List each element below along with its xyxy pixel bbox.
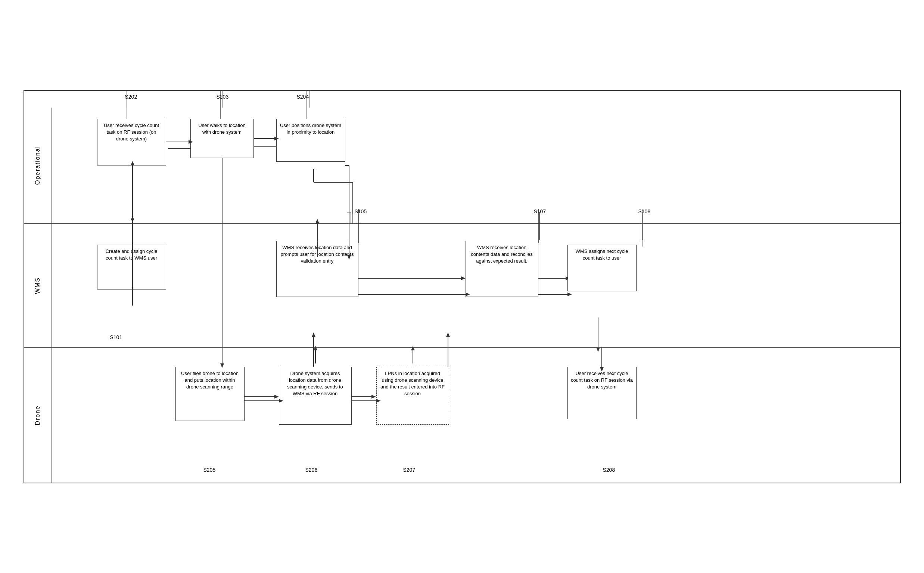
ref-s206: S206 <box>305 467 318 473</box>
svg-marker-27 <box>371 395 376 399</box>
ref-s108: S108 <box>638 208 651 214</box>
box-s203: User walks to location with drone system <box>190 119 254 158</box>
wms-lane: WMS <box>24 224 900 348</box>
box-s204: User positions drone system in proximity… <box>276 119 345 162</box>
box-s101: Create and assign cycle count task to WM… <box>97 245 166 290</box>
ref-s101: S101 <box>110 334 122 340</box>
ref-s207: S207 <box>403 467 415 473</box>
box-s107: WMS receives location contents data and … <box>465 241 538 297</box>
operational-label: Operational <box>24 108 52 223</box>
wms-label: WMS <box>24 224 52 348</box>
ref-s208: S208 <box>603 467 615 473</box>
drone-lane: Drone <box>24 348 900 482</box>
box-s206: Drone system acquires location data from… <box>279 367 352 425</box>
box-s108: WMS assigns next cycle count task to use… <box>568 245 637 291</box>
box-s207: LPNs in location acquired using drone sc… <box>376 367 449 425</box>
ref-s105: S105 <box>355 208 367 214</box>
svg-marker-14 <box>461 276 465 280</box>
box-s202: User receives cycle count task on RF ses… <box>97 119 166 166</box>
drone-label: Drone <box>24 348 52 482</box>
ref-s107: S107 <box>534 208 546 214</box>
box-s208: User receives next cycle count task on R… <box>568 367 637 419</box>
ref-s203: S203 <box>217 94 229 100</box>
ref-s205: S205 <box>203 467 216 473</box>
operational-lane: Operational <box>24 108 900 224</box>
box-s105: WMS receives location data and prompts u… <box>276 241 358 297</box>
box-s205: User flies drone to location and puts lo… <box>175 367 245 421</box>
svg-marker-23 <box>275 395 279 399</box>
ref-s202: S202 <box>125 94 137 100</box>
ref-s204: S204 <box>297 94 309 100</box>
